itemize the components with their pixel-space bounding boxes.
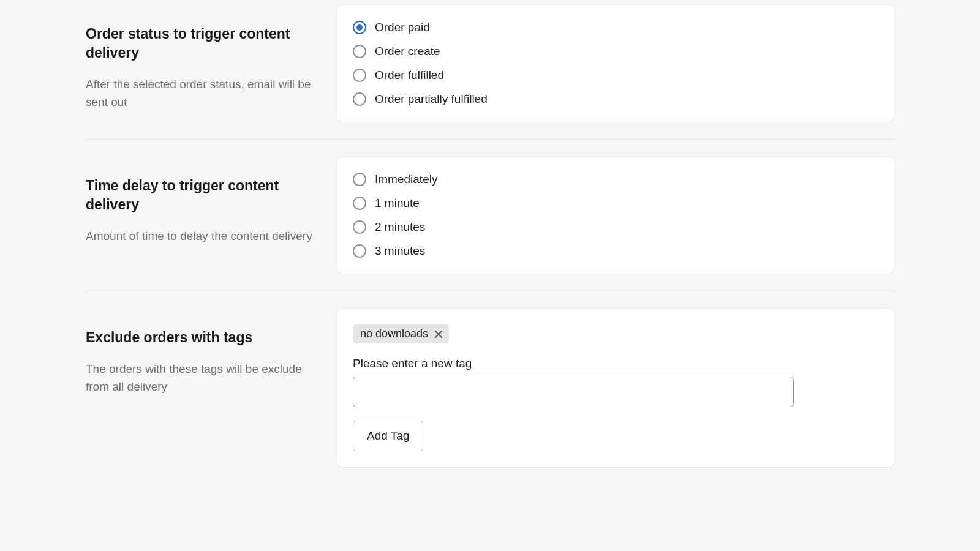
- section-time-delay-title: Time delay to trigger content delivery: [86, 176, 320, 214]
- new-tag-input[interactable]: [353, 377, 794, 407]
- radio-icon: [353, 69, 366, 82]
- radio-label: 1 minute: [375, 197, 420, 210]
- radio-icon: [353, 21, 366, 34]
- radio-label: Order create: [375, 45, 440, 58]
- radio-1-minute[interactable]: 1 minute: [353, 197, 878, 210]
- radio-3-minutes[interactable]: 3 minutes: [353, 244, 878, 258]
- section-time-delay-desc: Amount of time to delay the content deli…: [86, 228, 320, 246]
- radio-icon: [353, 197, 366, 210]
- radio-order-fulfilled[interactable]: Order fulfilled: [353, 69, 878, 82]
- radio-icon: [353, 244, 366, 258]
- radio-label: Order paid: [375, 21, 430, 34]
- tag-remove-button[interactable]: [433, 329, 444, 340]
- radio-order-partially-fulfilled[interactable]: Order partially fulfilled: [353, 92, 878, 106]
- section-order-status-title: Order status to trigger content delivery: [86, 24, 320, 62]
- section-divider: [86, 139, 894, 140]
- radio-label: Immediately: [375, 173, 437, 186]
- section-divider: [86, 291, 894, 291]
- section-order-status: Order status to trigger content delivery…: [0, 5, 980, 122]
- card-time-delay: Immediately 1 minute 2 minutes 3 minutes: [337, 157, 894, 274]
- radio-order-create[interactable]: Order create: [353, 45, 878, 58]
- section-order-status-desc: After the selected order status, email w…: [86, 76, 320, 111]
- tag-list: no downloads: [353, 324, 878, 343]
- section-exclude-tags-desc: The orders with these tags will be exclu…: [86, 361, 320, 395]
- radio-immediately[interactable]: Immediately: [353, 173, 878, 186]
- radio-icon: [353, 220, 366, 234]
- radio-label: 2 minutes: [375, 220, 425, 234]
- add-tag-button[interactable]: Add Tag: [353, 421, 423, 451]
- radio-icon: [353, 173, 366, 186]
- section-order-status-header: Order status to trigger content delivery…: [86, 5, 320, 122]
- new-tag-field-label: Please enter a new tag: [353, 357, 878, 370]
- section-time-delay-header: Time delay to trigger content delivery A…: [86, 157, 320, 274]
- time-delay-radio-list: Immediately 1 minute 2 minutes 3 minutes: [353, 173, 878, 258]
- tag-item: no downloads: [353, 324, 449, 343]
- radio-2-minutes[interactable]: 2 minutes: [353, 220, 878, 234]
- close-icon: [434, 330, 443, 339]
- order-status-radio-list: Order paid Order create Order fulfilled …: [353, 21, 878, 106]
- card-order-status: Order paid Order create Order fulfilled …: [337, 5, 894, 122]
- section-time-delay: Time delay to trigger content delivery A…: [0, 157, 980, 274]
- section-exclude-tags-header: Exclude orders with tags The orders with…: [86, 309, 320, 467]
- radio-icon: [353, 92, 366, 106]
- section-exclude-tags-title: Exclude orders with tags: [86, 328, 320, 347]
- tag-label: no downloads: [360, 328, 428, 340]
- radio-label: Order fulfilled: [375, 69, 444, 82]
- radio-icon: [353, 45, 366, 58]
- radio-label: Order partially fulfilled: [375, 92, 488, 106]
- radio-label: 3 minutes: [375, 244, 425, 258]
- section-exclude-tags: Exclude orders with tags The orders with…: [0, 309, 980, 467]
- radio-order-paid[interactable]: Order paid: [353, 21, 878, 34]
- card-exclude-tags: no downloads Please enter a new tag Add …: [337, 309, 894, 467]
